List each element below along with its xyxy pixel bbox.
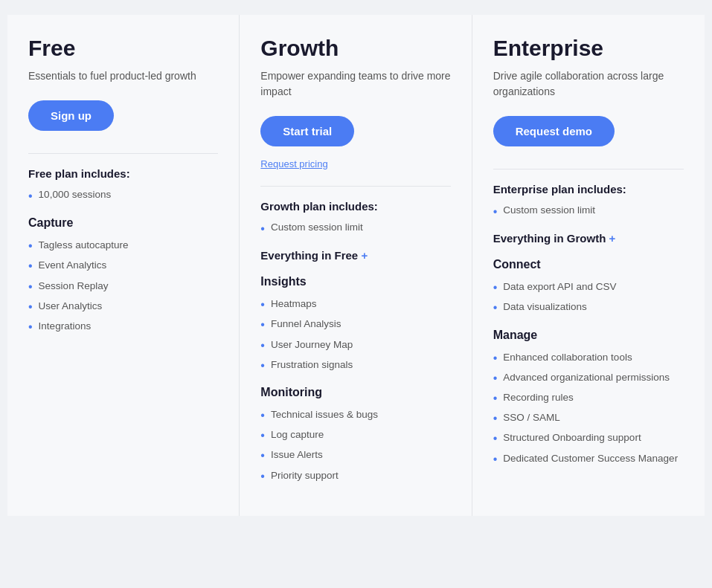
feature-item-growth-0-0: Heatmaps xyxy=(260,297,450,311)
feature-item-enterprise-0-0: Data export API and CSV xyxy=(493,280,684,294)
plan-title-enterprise: Enterprise xyxy=(493,36,684,61)
feature-item-enterprise-1-1: Advanced organizational permissions xyxy=(493,371,684,385)
section-heading-enterprise-0: Connect xyxy=(493,258,684,271)
feature-item-free-0-4: Integrations xyxy=(28,320,218,334)
request-pricing-link-growth[interactable]: Request pricing xyxy=(260,158,450,169)
feature-item-enterprise-1-2: Recording rules xyxy=(493,391,684,405)
feature-item-free-0-1: Event Analytics xyxy=(28,259,218,273)
plan-description-enterprise: Drive agile collaboration across large o… xyxy=(493,68,684,100)
plan-description-free: Essentials to fuel product-led growth xyxy=(28,68,218,84)
includes-label-free: Free plan includes: xyxy=(28,167,218,180)
feature-item-free-0-0: Tagless autocapture xyxy=(28,239,218,253)
divider-free xyxy=(28,153,218,154)
feature-item-free-0-2: Session Replay xyxy=(28,280,218,294)
session-limit-free: 10,000 sessions xyxy=(28,189,218,203)
feature-item-enterprise-0-1: Data visualizations xyxy=(493,300,684,314)
feature-item-enterprise-1-0: Enhanced collaboration tools xyxy=(493,351,684,365)
includes-label-growth: Growth plan includes: xyxy=(260,200,450,213)
feature-item-free-0-3: User Analytics xyxy=(28,300,218,314)
feature-item-enterprise-1-4: Structured Onboarding support xyxy=(493,431,684,445)
cta-button-growth[interactable]: Start trial xyxy=(260,116,354,146)
session-limit-growth: Custom session limit xyxy=(260,222,450,236)
feature-item-enterprise-1-5: Dedicated Customer Success Manager xyxy=(493,452,684,466)
section-heading-free-0: Capture xyxy=(28,216,218,230)
everything-in-growth: Everything in Free + xyxy=(260,249,450,262)
everything-in-enterprise: Everything in Growth + xyxy=(493,232,684,245)
feature-item-growth-0-3: Frustration signals xyxy=(260,358,450,372)
feature-item-enterprise-1-3: SSO / SAML xyxy=(493,411,684,425)
divider-enterprise xyxy=(493,169,684,169)
feature-item-growth-0-2: User Journey Map xyxy=(260,338,450,352)
plan-card-enterprise: Enterprise Drive agile collaboration acr… xyxy=(472,15,705,516)
plan-title-free: Free xyxy=(28,36,218,61)
plan-title-growth: Growth xyxy=(260,36,450,61)
divider-growth xyxy=(260,186,450,187)
section-heading-growth-0: Insights xyxy=(260,275,450,288)
plan-card-growth: Growth Empower expanding teams to drive … xyxy=(240,15,472,516)
plan-description-growth: Empower expanding teams to drive more im… xyxy=(260,68,450,100)
includes-label-enterprise: Enterprise plan includes: xyxy=(493,183,684,196)
plan-card-free: Free Essentials to fuel product-led grow… xyxy=(7,15,240,516)
cta-button-free[interactable]: Sign up xyxy=(28,100,114,131)
section-heading-growth-1: Monitoring xyxy=(260,386,450,399)
session-limit-enterprise: Custom session limit xyxy=(493,204,684,219)
feature-item-growth-1-1: Log capture xyxy=(260,428,450,442)
pricing-grid: Free Essentials to fuel product-led grow… xyxy=(7,15,705,516)
section-heading-enterprise-1: Manage xyxy=(493,329,684,342)
cta-button-enterprise[interactable]: Request demo xyxy=(493,116,615,146)
feature-item-growth-1-0: Technical issues & bugs xyxy=(260,408,450,422)
feature-item-growth-1-3: Priority support xyxy=(260,469,450,483)
feature-item-growth-0-1: Funnel Analysis xyxy=(260,317,450,332)
feature-item-growth-1-2: Issue Alerts xyxy=(260,448,450,462)
